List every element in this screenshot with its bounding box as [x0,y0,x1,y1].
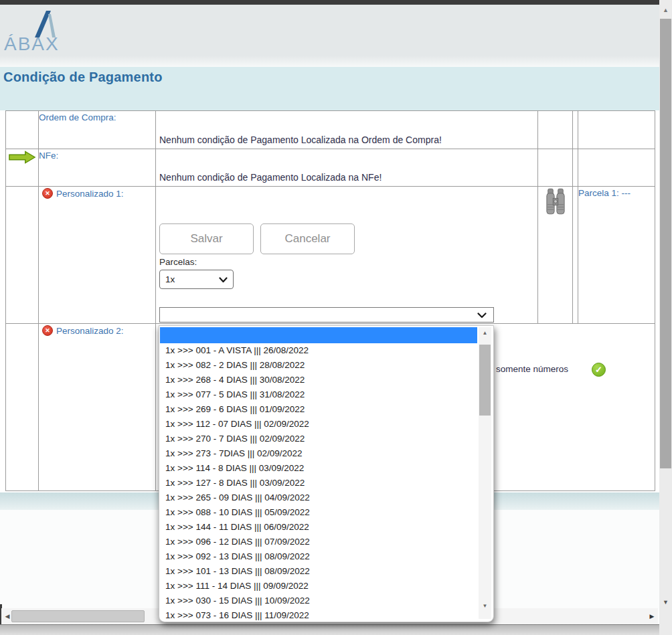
parcelas-label: Parcelas: [159,257,197,267]
status-message: Nenhum condição de Pagamento Localizada … [159,172,382,183]
dropdown-option[interactable]: 1x >>> 269 - 6 DIAS ||| 01/09/2022 [160,402,477,417]
indicator-cell [6,149,39,187]
abax-logo: ÁBAX [4,7,98,64]
cancel-button[interactable]: Cancelar [260,223,355,254]
condition-dropdown-list: 1x >>> 001 - A VISTA ||| 26/08/2022 1x >… [159,325,494,622]
row-label-cell: ✕ Personalizado 1: [39,187,156,324]
table-row-personalizado-1: ✕ Personalizado 1: Salvar Cancelar Parce… [6,187,655,324]
parcela-cell [578,149,655,187]
dropdown-option[interactable]: 1x >>> 114 - 8 DIAS ||| 03/09/2022 [160,461,477,476]
lookup-cell [538,149,573,187]
lookup-cell [538,187,573,324]
row-label: Ordem de Compra: [39,112,116,122]
indicator-cell [6,187,39,324]
scroll-down-icon[interactable]: ▼ [659,596,672,608]
dropdown-options: 1x >>> 001 - A VISTA ||| 26/08/2022 1x >… [160,343,477,622]
row-label: Personalizado 2: [56,326,124,336]
row-message-cell: Nenhum condição de Pagamento Localizada … [156,149,538,187]
dropdown-option-selected[interactable] [160,327,477,343]
page-vertical-scrollbar[interactable]: ▲ ▼ [659,0,672,635]
dropdown-option[interactable]: 1x >>> 268 - 4 DIAS ||| 30/08/2022 [160,373,477,387]
numbers-only-note: somente números [496,364,568,374]
scroll-left-icon[interactable]: ◀ [3,608,12,624]
dropdown-option[interactable]: 1x >>> 088 - 10 DIAS ||| 05/09/2022 [160,505,477,520]
title-band: Condição de Pagamento [0,67,659,110]
dropdown-option[interactable]: 1x >>> 273 - 7DIAS ||| 02/09/2022 [160,446,477,461]
scroll-up-icon[interactable]: ▲ [479,327,491,338]
row-message-cell: Nenhum condição de Pagamento Localizada … [156,111,538,149]
lookup-cell [538,111,573,149]
abax-logo-text: ÁBAX [4,33,60,55]
condition-select[interactable] [159,307,494,323]
scroll-right-icon[interactable]: ▶ [647,608,657,624]
spacer-cell [573,111,578,149]
dropdown-option[interactable]: 1x >>> 073 - 16 DIAS ||| 11/09/2022 [160,608,477,622]
status-message: Nenhum condição de Pagamento Localizada … [159,134,442,145]
dropdown-option[interactable]: 1x >>> 092 - 13 DIAS ||| 08/09/2022 [160,549,477,564]
dropdown-option[interactable]: 1x >>> 096 - 12 DIAS ||| 07/09/2022 [160,535,477,549]
chevron-down-icon [477,309,487,321]
parcela-cell: Parcela 1: --- [578,187,655,324]
dropdown-option[interactable]: 1x >>> 270 - 7 DIAS ||| 02/09/2022 [160,432,477,446]
spacer-cell [573,149,578,187]
dropdown-option[interactable]: 1x >>> 265 - 09 DIAS ||| 04/09/2022 [160,490,477,505]
dropdown-scrollbar-thumb[interactable] [479,345,491,416]
indicator-cell [6,111,39,149]
dropdown-option[interactable]: 1x >>> 082 - 2 DIAS ||| 28/08/2022 [160,358,477,373]
binoculars-icon[interactable] [545,207,566,218]
save-button[interactable]: Salvar [159,223,254,254]
error-icon[interactable]: ✕ [42,188,53,199]
window-bottom-edge [0,624,672,635]
parcelas-select-value: 1x [165,274,175,284]
vertical-scrollbar-thumb[interactable] [660,19,671,468]
dropdown-option[interactable]: 1x >>> 077 - 5 DIAS ||| 31/08/2022 [160,387,477,402]
spacer-cell [573,187,578,324]
row-label-cell: NFe: [39,149,156,187]
page-title: Condição de Pagamento [0,67,659,85]
success-icon: ✓ [592,363,606,377]
dropdown-scrollbar[interactable]: ▲ ▼ [479,327,491,619]
window-top-edge [0,0,659,5]
dropdown-option[interactable]: 1x >>> 144 - 11 DIAS ||| 06/09/2022 [160,520,477,535]
dropdown-option[interactable]: 1x >>> 127 - 8 DIAS ||| 03/09/2022 [160,476,477,490]
parcela-cell [578,111,655,149]
app-header: ÁBAX [0,5,659,67]
indicator-cell [6,324,39,491]
payment-condition-window: ÁBAX Condição de Pagamento Ordem de Comp… [0,0,672,635]
row-label-cell: Ordem de Compra: [39,111,156,149]
row-label: Personalizado 1: [56,189,124,199]
error-icon[interactable]: ✕ [42,325,53,336]
chevron-down-icon [219,274,228,286]
scroll-up-icon[interactable]: ▲ [659,4,672,16]
horizontal-scrollbar-thumb[interactable] [11,610,145,622]
table-row-ordem-de-compra: Ordem de Compra: Nenhum condição de Paga… [6,111,655,149]
row-label-cell: ✕ Personalizado 2: [39,324,156,491]
dropdown-option[interactable]: 1x >>> 111 - 14 DIAS ||| 09/09/2022 [160,579,477,594]
dropdown-option[interactable]: 1x >>> 101 - 13 DIAS ||| 08/09/2022 [160,564,477,579]
personalizado-1-content-cell: Salvar Cancelar Parcelas: 1x [156,187,538,324]
parcela-info: Parcela 1: --- [578,188,631,198]
row-label: NFe: [39,151,58,161]
dropdown-option[interactable]: 1x >>> 001 - A VISTA ||| 26/08/2022 [160,343,477,358]
parcelas-select[interactable]: 1x [159,270,234,289]
dropdown-option[interactable]: 1x >>> 112 - 07 DIAS ||| 02/09/2022 [160,417,477,432]
table-row-nfe: NFe: Nenhum condição de Pagamento Locali… [6,149,655,187]
scroll-down-icon[interactable]: ▼ [479,600,491,611]
arrow-indicator-icon [8,156,36,167]
dropdown-option[interactable]: 1x >>> 030 - 15 DIAS ||| 10/09/2022 [160,594,477,608]
